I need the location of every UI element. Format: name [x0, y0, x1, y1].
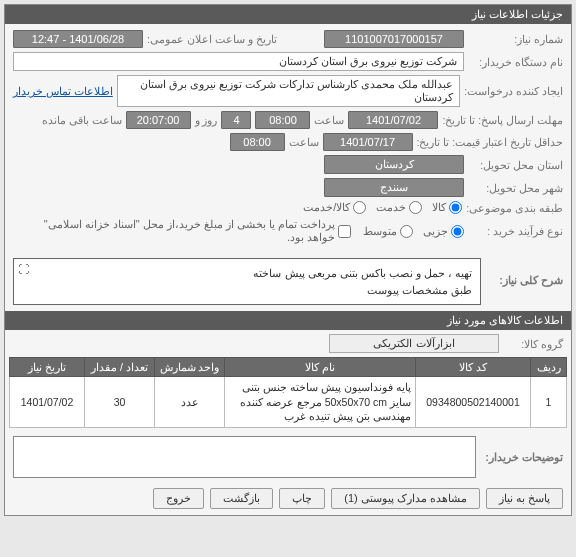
- cell-code: 0934800502140001: [416, 377, 531, 428]
- group-value: ابزارآلات الکتریکی: [329, 334, 499, 353]
- datetime-value: 1401/06/28 - 12:47: [13, 30, 143, 48]
- radio-service-label: خدمت: [376, 201, 406, 214]
- validity-date: 1401/07/17: [323, 133, 413, 151]
- details-panel: جزئیات اطلاعات نیاز شماره نیاز: 11010070…: [4, 4, 572, 516]
- datetime-label: تاریخ و ساعت اعلان عمومی:: [147, 33, 277, 45]
- table-row[interactable]: 1 0934800502140001 پایه فونداسیون پیش سا…: [10, 377, 567, 428]
- col-name: نام کالا: [225, 358, 416, 377]
- need-title-label: شرح کلی نیاز:: [481, 254, 571, 307]
- process-radio-group: جزیی متوسط: [363, 225, 464, 238]
- validity-label: حداقل تاریخ اعتبار قیمت: تا تاریخ:: [417, 136, 563, 148]
- subject-label: طبقه بندی موضوعی:: [466, 202, 563, 214]
- cell-name: پایه فونداسیون پیش ساخته جنس بتنی سایز 5…: [225, 377, 416, 428]
- expand-icon[interactable]: ⛶: [16, 261, 30, 275]
- radio-service[interactable]: خدمت: [376, 201, 422, 214]
- group-label: گروه کالا:: [503, 338, 563, 350]
- treasury-check[interactable]: پرداخت تمام یا بخشی از مبلغ خرید،از محل …: [13, 218, 351, 244]
- need-no-label: شماره نیاز:: [468, 33, 563, 45]
- col-date: تاریخ نیاز: [10, 358, 85, 377]
- remain-value: 20:07:00: [126, 111, 191, 129]
- buyer-name-value: شرکت توزیع نیروی برق استان کردستان: [13, 52, 464, 71]
- deadline-hour: 08:00: [255, 111, 310, 129]
- button-bar: پاسخ به نیاز مشاهده مدارک پیوستی (1) چاپ…: [5, 482, 571, 515]
- form-area: شماره نیاز: 1101007017000157 تاریخ و ساع…: [5, 24, 571, 254]
- day-label: روز و: [195, 114, 218, 126]
- radio-goods-label: کالا: [432, 201, 446, 214]
- process-label: نوع فرآیند خرید :: [468, 225, 563, 237]
- deadline-date: 1401/07/02: [348, 111, 438, 129]
- radio-medium-input[interactable]: [400, 225, 413, 238]
- radio-minor-label: جزیی: [423, 225, 448, 238]
- deadline-label: مهلت ارسال پاسخ: تا تاریخ:: [442, 114, 563, 126]
- radio-medium-label: متوسط: [363, 225, 397, 238]
- col-row: ردیف: [531, 358, 567, 377]
- table-header-row: ردیف کد کالا نام کالا واحد شمارش تعداد /…: [10, 358, 567, 377]
- buyer-note-box: [13, 436, 476, 478]
- radio-goods[interactable]: کالا: [432, 201, 462, 214]
- requester-label: ایجاد کننده درخواست:: [464, 85, 563, 97]
- need-title-line1: تهیه ، حمل و نصب باکس بتنی مربعی پیش ساخ…: [22, 265, 472, 282]
- radio-both-input[interactable]: [353, 201, 366, 214]
- items-table: ردیف کد کالا نام کالا واحد شمارش تعداد /…: [9, 357, 567, 428]
- need-no-value: 1101007017000157: [324, 30, 464, 48]
- buyer-note-label: توضیحات خریدار:: [476, 432, 571, 482]
- need-title-box: ⛶ تهیه ، حمل و نصب باکس بتنی مربعی پیش س…: [13, 258, 481, 305]
- contact-link[interactable]: اطلاعات تماس خریدار: [13, 85, 113, 97]
- panel-title: جزئیات اطلاعات نیاز: [5, 5, 571, 24]
- col-qty: تعداد / مقدار: [85, 358, 155, 377]
- attach-button[interactable]: مشاهده مدارک پیوستی (1): [331, 488, 480, 509]
- validity-hour: 08:00: [230, 133, 285, 151]
- cell-row: 1: [531, 377, 567, 428]
- print-button[interactable]: چاپ: [279, 488, 325, 509]
- subject-radio-group: کالا خدمت کالا/خدمت: [303, 201, 462, 214]
- cell-qty: 30: [85, 377, 155, 428]
- city-label: شهر محل تحویل:: [468, 182, 563, 194]
- radio-medium[interactable]: متوسط: [363, 225, 413, 238]
- treasury-note: پرداخت تمام یا بخشی از مبلغ خرید،از محل …: [13, 218, 335, 244]
- radio-service-input[interactable]: [409, 201, 422, 214]
- remain-label: ساعت باقی مانده: [42, 114, 122, 126]
- cell-unit: عدد: [155, 377, 225, 428]
- need-title-line2: طبق مشخصات پیوست: [22, 282, 472, 299]
- deadline-hour-label: ساعت: [314, 114, 344, 126]
- buyer-name-label: نام دستگاه خریدار:: [468, 56, 563, 68]
- radio-both-label: کالا/خدمت: [303, 201, 350, 214]
- items-header: اطلاعات کالاهای مورد نیاز: [5, 311, 571, 330]
- treasury-checkbox-input[interactable]: [338, 225, 351, 238]
- radio-both[interactable]: کالا/خدمت: [303, 201, 366, 214]
- radio-goods-input[interactable]: [449, 201, 462, 214]
- radio-minor-input[interactable]: [451, 225, 464, 238]
- radio-minor[interactable]: جزیی: [423, 225, 464, 238]
- col-code: کد کالا: [416, 358, 531, 377]
- back-button[interactable]: بازگشت: [210, 488, 273, 509]
- province-label: استان محل تحویل:: [468, 159, 563, 171]
- col-unit: واحد شمارش: [155, 358, 225, 377]
- exit-button[interactable]: خروج: [153, 488, 204, 509]
- cell-date: 1401/07/02: [10, 377, 85, 428]
- reply-button[interactable]: پاسخ به نیاز: [486, 488, 563, 509]
- city-value: سنندج: [324, 178, 464, 197]
- day-value: 4: [221, 111, 251, 129]
- province-value: کردستان: [324, 155, 464, 174]
- requester-value: عبدالله ملک محمدی کارشناس تدارکات شرکت ت…: [117, 75, 460, 107]
- validity-hour-label: ساعت: [289, 136, 319, 148]
